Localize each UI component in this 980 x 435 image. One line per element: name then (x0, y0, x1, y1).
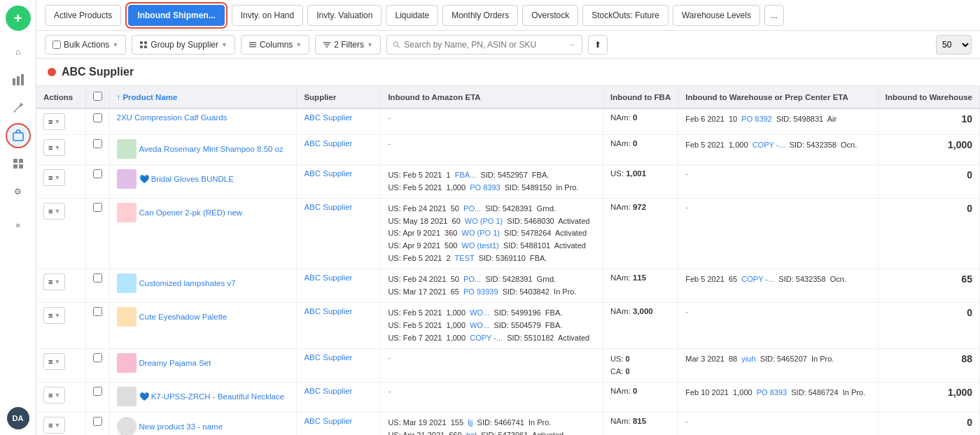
product-link[interactable]: 2XU Compression Calf Guards (117, 113, 227, 122)
row-action-button[interactable]: ≡ ▼ (43, 273, 65, 290)
row-checkbox[interactable] (93, 417, 102, 426)
col-header-supplier[interactable]: Supplier (297, 86, 381, 108)
col-header-checkbox (85, 86, 109, 108)
nav-invty-on-hand[interactable]: Invty. on Hand (232, 5, 304, 26)
sidebar-icon-tools[interactable] (6, 95, 31, 120)
row-action-button[interactable]: ≡ ▼ (43, 113, 65, 130)
supplier-link[interactable]: ABC Supplier (304, 203, 352, 211)
nav-overstock[interactable]: Overstock (522, 5, 578, 26)
product-image (117, 353, 136, 373)
supplier-link[interactable]: ABC Supplier (304, 353, 352, 362)
supplier-link[interactable]: ABC Supplier (304, 169, 352, 178)
svg-rect-10 (140, 45, 143, 48)
row-product-name: 💙 Bridal Gloves BUNDLE (109, 165, 297, 199)
row-checkbox[interactable] (93, 113, 102, 122)
row-action-button[interactable]: ≡ ▼ (43, 417, 65, 434)
row-actions: ≡ ▼ (36, 135, 85, 165)
product-link[interactable]: Customized lampshates v7 (139, 279, 236, 287)
nav-active-products[interactable]: Active Products (45, 5, 121, 26)
svg-rect-8 (140, 41, 143, 44)
row-product-name: New product 33 - name (109, 413, 297, 435)
supplier-link[interactable]: ABC Supplier (304, 113, 352, 122)
upload-button[interactable]: ⬆ (588, 35, 608, 55)
sidebar-logo[interactable]: + (6, 6, 31, 31)
supplier-link[interactable]: ABC Supplier (304, 387, 352, 395)
sidebar-icon-expand[interactable]: » (6, 213, 31, 238)
svg-rect-12 (249, 42, 256, 43)
nav-invty-valuation[interactable]: Invty. Valuation (307, 5, 382, 26)
row-checkbox[interactable] (93, 169, 102, 178)
product-link[interactable]: 💙 Bridal Gloves BUNDLE (139, 174, 234, 184)
row-amazon-eta: - (381, 108, 603, 135)
product-link[interactable]: Can Opener 2-pk (RED) new (139, 208, 243, 217)
row-checkbox[interactable] (93, 139, 102, 148)
filters-button[interactable]: 2 Filters ▼ (315, 35, 381, 55)
main-content: Active Products Inbound Shipmen... Invty… (36, 0, 980, 435)
search-box[interactable]: → (386, 35, 582, 55)
sidebar-icon-chart[interactable] (6, 67, 31, 92)
row-product-name: Dreamy Pajama Set (109, 349, 297, 383)
col-header-fba[interactable]: Inbound to FBA (603, 86, 678, 108)
products-table-wrapper: Actions ↑ Product Name Supplier Inbound … (36, 86, 980, 435)
search-arrow: → (568, 41, 576, 49)
columns-button[interactable]: Columns ▼ (241, 35, 309, 55)
row-action-button[interactable]: ≡ ▼ (43, 387, 65, 404)
user-avatar[interactable]: DA (7, 407, 29, 429)
search-input[interactable] (404, 40, 564, 50)
per-page-select[interactable]: 50 100 200 (936, 35, 972, 55)
svg-rect-5 (19, 159, 23, 163)
row-product-name: Customized lampshates v7 (109, 269, 297, 303)
nav-inbound-shipments[interactable]: Inbound Shipmen... (128, 5, 224, 26)
row-product-name: Cute Eyeshadow Palette (109, 303, 297, 349)
row-checkbox[interactable] (93, 203, 102, 212)
row-action-button[interactable]: ≡ ▼ (43, 353, 65, 370)
sidebar-icon-home[interactable]: ⌂ (6, 39, 31, 64)
nav-liquidate[interactable]: Liquidate (386, 5, 438, 26)
col-header-warehouse-eta[interactable]: Inbound to Warehouse or Prep Center ETA (678, 86, 878, 108)
sidebar-icon-settings[interactable]: ⚙ (6, 179, 31, 204)
table-row: ≡ ▼ 2XU Compression Calf Guards ABC Supp… (36, 108, 980, 135)
row-checkbox[interactable] (93, 387, 102, 396)
row-checkbox[interactable] (93, 273, 102, 283)
supplier-link[interactable]: ABC Supplier (304, 139, 352, 148)
svg-rect-3 (13, 133, 23, 141)
sidebar-icon-box[interactable] (6, 123, 31, 148)
products-table: Actions ↑ Product Name Supplier Inbound … (36, 86, 980, 435)
group-by-button[interactable]: Group by Supplier ▼ (132, 35, 235, 55)
columns-chevron: ▼ (295, 41, 302, 48)
product-image (117, 203, 136, 222)
supplier-link[interactable]: ABC Supplier (304, 273, 352, 282)
product-image (117, 169, 136, 189)
supplier-link[interactable]: ABC Supplier (304, 417, 352, 425)
select-all-checkbox[interactable] (93, 92, 102, 101)
product-image (117, 387, 136, 406)
bulk-select-checkbox[interactable] (52, 41, 61, 49)
product-link[interactable]: Aveda Rosemary Mint Shampoo 8.50 oz (139, 145, 284, 153)
nav-more[interactable]: ... (764, 5, 784, 26)
row-actions: ≡ ▼ (36, 108, 85, 135)
row-action-button[interactable]: ≡ ▼ (43, 307, 65, 324)
product-link[interactable]: 💙 K7-UPSS-ZRCH - Beautiful Necklace (139, 392, 285, 401)
bulk-actions-label: Bulk Actions (64, 40, 109, 50)
product-link[interactable]: Dreamy Pajama Set (139, 359, 211, 367)
sidebar-icon-grid[interactable] (6, 151, 31, 176)
bulk-actions-button[interactable]: Bulk Actions ▼ (45, 35, 126, 55)
row-checkbox[interactable] (93, 353, 102, 362)
nav-stockouts-future[interactable]: StockOuts: Future (582, 5, 668, 26)
row-action-button[interactable]: ≡ ▼ (43, 169, 65, 186)
col-header-warehouse[interactable]: Inbound to Warehouse (878, 86, 979, 108)
group-by-label: Group by Supplier (150, 40, 218, 50)
svg-rect-1 (17, 76, 20, 85)
nav-monthly-orders[interactable]: Monthly Orders (442, 5, 518, 26)
product-link[interactable]: Cute Eyeshadow Palette (139, 313, 227, 321)
nav-warehouse-levels[interactable]: Warehouse Levels (673, 5, 760, 26)
product-link[interactable]: New product 33 - name (139, 422, 223, 431)
row-action-button[interactable]: ≡ ▼ (43, 203, 65, 220)
col-header-amazon-eta[interactable]: Inbound to Amazon ETA (381, 86, 603, 108)
col-header-product[interactable]: ↑ Product Name (109, 86, 297, 108)
row-action-button[interactable]: ≡ ▼ (43, 139, 65, 156)
filters-label: 2 Filters (334, 40, 364, 50)
supplier-link[interactable]: ABC Supplier (304, 307, 352, 315)
supplier-name: ABC Supplier (62, 66, 134, 78)
row-checkbox[interactable] (93, 307, 102, 316)
